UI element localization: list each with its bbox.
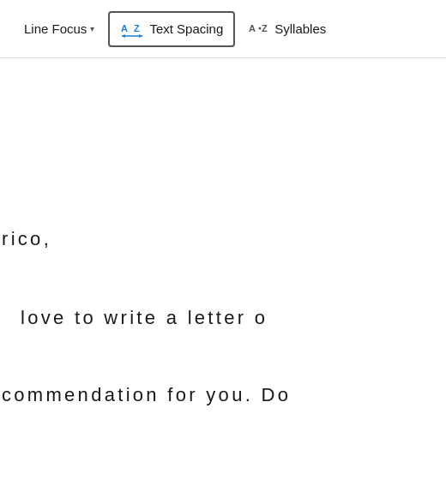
content-area: rico, love to write a letter o commendat… <box>0 58 446 504</box>
svg-text:Z: Z <box>262 23 268 33</box>
text-line-3: commendation for you. Do <box>0 386 446 405</box>
syllables-label: Syllables <box>274 21 326 36</box>
syllables-button[interactable]: A Z Syllables <box>238 13 336 45</box>
chevron-down-icon: ▾ <box>90 24 94 33</box>
line-focus-label: Line Focus <box>24 21 87 36</box>
svg-marker-3 <box>122 34 125 38</box>
text-spacing-icon: A Z <box>120 20 144 39</box>
syllables-icon: A Z <box>249 20 269 39</box>
toolbar: Line Focus ▾ A Z Text Spacing A Z <box>0 0 446 58</box>
svg-text:A: A <box>121 23 128 33</box>
svg-marker-4 <box>139 34 142 38</box>
line-focus-button[interactable]: Line Focus ▾ <box>14 15 105 43</box>
svg-text:A: A <box>249 23 256 33</box>
text-spacing-button[interactable]: A Z Text Spacing <box>108 11 235 47</box>
text-line-1: rico, <box>0 230 446 249</box>
svg-text:Z: Z <box>134 23 140 33</box>
text-line-2: love to write a letter o <box>0 309 446 327</box>
text-spacing-label: Text Spacing <box>149 21 223 36</box>
